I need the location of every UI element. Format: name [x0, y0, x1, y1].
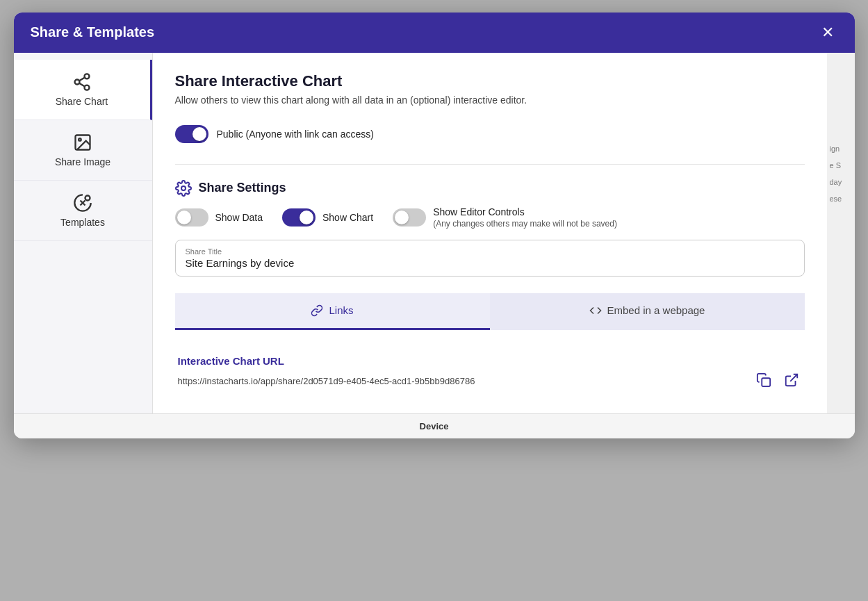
- copy-icon: [756, 372, 771, 388]
- public-toggle-thumb: [193, 127, 206, 141]
- sidebar-item-templates-label: Templates: [60, 217, 105, 228]
- show-editor-toggle[interactable]: [393, 208, 426, 227]
- url-text: https://instacharts.io/app/share/2d0571d…: [178, 376, 475, 386]
- show-data-thumb: [177, 211, 191, 224]
- show-data-toggle[interactable]: [175, 208, 208, 227]
- copy-url-button[interactable]: [753, 370, 774, 393]
- show-editor-group: Show Editor Controls (Any changes others…: [393, 206, 617, 229]
- show-data-group: Show Data: [175, 208, 263, 227]
- tab-embed-label: Embed in a webpage: [607, 304, 705, 316]
- settings-gear-icon: [175, 180, 192, 197]
- sidebar-item-templates[interactable]: Templates: [14, 181, 152, 241]
- peek-line-4: ese: [827, 193, 853, 204]
- tabs-container: Links Embed in a webpage: [175, 293, 805, 330]
- svg-line-3: [79, 83, 85, 86]
- modal-header: Share & Templates ✕: [14, 13, 855, 53]
- embed-icon: [589, 304, 602, 317]
- tab-links[interactable]: Links: [175, 293, 490, 330]
- show-editor-thumb: [395, 211, 409, 224]
- bottom-bar: Device: [14, 413, 855, 438]
- svg-point-6: [79, 138, 81, 141]
- public-toggle-label: Public (Anyone with link can access): [217, 129, 374, 140]
- show-chart-group: Show Chart: [282, 208, 373, 227]
- public-toggle-row: Public (Anyone with link can access): [175, 125, 805, 143]
- share-title-box[interactable]: Share Title Site Earnings by device: [175, 240, 805, 277]
- svg-point-8: [181, 186, 186, 190]
- peek-line-2: e S: [827, 160, 853, 171]
- peek-line-3: day: [827, 176, 853, 188]
- share-settings-header: Share Settings: [175, 180, 805, 197]
- bottom-bar-label: Device: [420, 421, 449, 431]
- public-toggle[interactable]: [175, 125, 208, 143]
- sidebar-item-share-image[interactable]: Share Image: [14, 120, 152, 181]
- editor-controls-group: Show Editor Controls (Any changes others…: [433, 206, 617, 229]
- share-settings-section: Share Settings Show Data: [175, 180, 805, 277]
- svg-line-10: [790, 374, 797, 381]
- modal-title: Share & Templates: [31, 24, 155, 40]
- show-chart-label: Show Chart: [322, 212, 373, 223]
- svg-point-0: [84, 74, 89, 79]
- svg-point-7: [85, 195, 90, 200]
- sidebar-item-share-image-label: Share Image: [55, 156, 110, 167]
- svg-rect-9: [762, 378, 770, 386]
- sidebar-item-share-chart-label: Share Chart: [56, 96, 108, 107]
- share-settings-title: Share Settings: [199, 181, 286, 195]
- section-subtitle: Allow others to view this chart along wi…: [175, 94, 805, 106]
- svg-point-1: [74, 79, 79, 84]
- close-button[interactable]: ✕: [817, 24, 838, 42]
- show-data-label: Show Data: [215, 212, 263, 223]
- url-row: https://instacharts.io/app/share/2d0571d…: [178, 370, 802, 393]
- right-peek: ign e S day ese: [827, 53, 855, 413]
- tab-embed[interactable]: Embed in a webpage: [490, 293, 805, 330]
- templates-icon: [73, 193, 92, 213]
- url-section: Interactive Chart URL https://instachart…: [175, 341, 805, 400]
- links-icon: [311, 304, 323, 317]
- share-title-value: Site Earnings by device: [186, 257, 794, 269]
- url-actions: [753, 370, 802, 393]
- sidebar: Share Chart Share Image: [14, 53, 153, 413]
- peek-line-1: ign: [827, 143, 853, 154]
- open-url-button[interactable]: [781, 370, 802, 393]
- share-image-icon: [73, 133, 92, 152]
- main-content: Share Interactive Chart Allow others to …: [153, 53, 827, 413]
- sidebar-item-share-chart[interactable]: Share Chart: [14, 60, 152, 120]
- show-editor-label: Show Editor Controls: [433, 206, 617, 217]
- share-chart-icon: [72, 72, 92, 92]
- toggles-row: Show Data Show Chart: [175, 206, 805, 229]
- section-title: Share Interactive Chart: [175, 72, 805, 90]
- tab-links-label: Links: [329, 304, 353, 316]
- modal-body: Share Chart Share Image: [14, 53, 855, 413]
- svg-point-2: [84, 85, 89, 90]
- section-title-area: Share Interactive Chart Allow others to …: [175, 72, 805, 114]
- show-chart-toggle[interactable]: [282, 208, 316, 227]
- share-title-label: Share Title: [186, 247, 794, 256]
- editor-controls-note: (Any changes others may make will not be…: [433, 219, 617, 229]
- external-link-icon: [784, 372, 799, 388]
- show-chart-thumb: [300, 211, 313, 224]
- svg-line-4: [79, 77, 85, 81]
- url-title: Interactive Chart URL: [178, 355, 802, 367]
- divider-1: [175, 164, 805, 165]
